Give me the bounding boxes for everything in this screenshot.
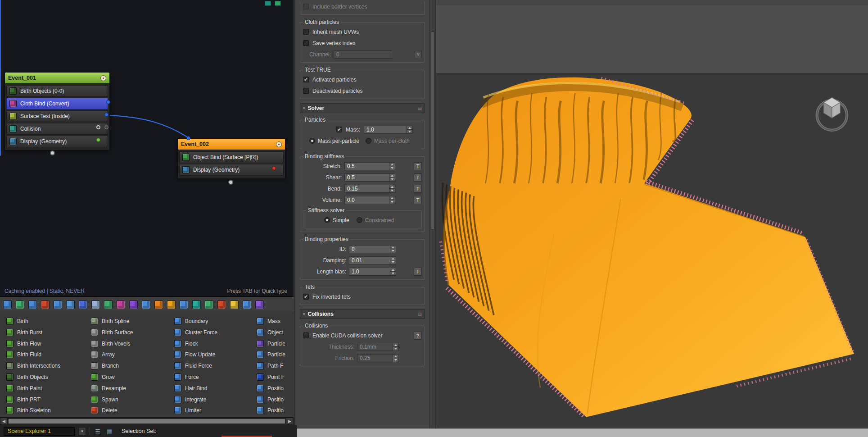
thickness-field[interactable]: 0.1mm [357,343,393,351]
port-collision-output-2[interactable] [104,125,108,129]
pv-tool-7-icon[interactable] [79,300,87,309]
depot-item-birth[interactable]: Birth [6,316,87,326]
length-bias-field[interactable]: 1.0 [349,268,390,276]
deactivated-particles-checkbox[interactable] [303,88,309,94]
depot-item-birth-intersections[interactable]: Birth Intersections [6,361,87,371]
activated-particles-checkbox[interactable]: ✔ [303,77,309,82]
depot-item-birth-objects[interactable]: Birth Objects [6,372,87,382]
operator-object-bind[interactable]: Object Bind (Surface [P|R]) [179,151,284,163]
simple-radio[interactable] [324,217,330,223]
depot-item-fluid-force[interactable]: Fluid Force [174,361,255,371]
depot-item-force[interactable]: Force [174,372,255,382]
parameters-scrollbar[interactable] [429,0,436,429]
pv-tool-1-icon[interactable] [3,300,12,309]
event-002-input-port[interactable] [186,136,190,140]
port-display-output[interactable] [96,138,100,142]
inherit-uvws-checkbox[interactable] [303,29,309,35]
operator-display-geometry[interactable]: Display (Geometry) [179,164,284,176]
scrollbar-thumb[interactable] [8,419,285,424]
rollout-collisions[interactable]: ▾ Collisions ▤ [300,309,425,319]
port-display2-output[interactable] [272,166,276,170]
mass-per-particle-radio[interactable] [309,138,315,144]
channel-dropdown-button[interactable]: v [415,51,422,58]
scroll-left-arrow-icon[interactable]: ◀ [0,418,8,425]
pv-tool-14-icon[interactable] [167,300,176,309]
event-flag-icon[interactable] [100,75,106,81]
volume-field[interactable]: 0.0 [344,196,389,204]
depot-item-array[interactable]: Array [91,350,172,360]
depot-item-birth-paint[interactable]: Birth Paint [6,383,87,393]
trackbar-strip[interactable] [297,428,868,437]
save-vertex-index-checkbox[interactable] [303,40,309,46]
depot-item-path-f[interactable]: Path F [257,361,293,371]
depot-item-flock[interactable]: Flock [174,339,255,349]
selection-grid-icon[interactable]: ▦ [105,427,113,435]
pv-tool-8-icon[interactable] [91,300,100,309]
event-header[interactable]: Event_001 [5,73,109,84]
pv-tool-21-icon[interactable] [255,300,264,309]
depot-item-resample[interactable]: Resample [91,383,172,393]
constrained-radio[interactable] [357,217,362,223]
viewport-navigation-gizmo[interactable] [817,97,847,130]
depot-item-positio[interactable]: Positio [257,395,293,405]
event-001-output-port[interactable] [50,150,55,155]
length-bias-texture-button[interactable]: T [414,268,422,276]
operator-surface-test[interactable]: Surface Test (Inside) [6,110,108,122]
scroll-right-arrow-icon[interactable]: ▶ [286,418,294,425]
layers-icon[interactable]: ☰ [94,427,102,435]
stretch-field[interactable]: 0.5 [344,162,389,170]
bend-spinner[interactable] [389,185,395,193]
depot-item-cluster-force[interactable]: Cluster Force [174,328,255,337]
pv-tool-9-icon[interactable] [104,300,113,309]
depot-item-grow[interactable]: Grow [91,372,172,382]
event-node-event-001[interactable]: Event_001 Birth Objects (0-0) Cloth Bind… [5,72,110,150]
operator-cloth-bind[interactable]: Cloth Bind (Convert) [6,98,108,109]
depot-horizontal-scrollbar[interactable]: ◀ ▶ [0,417,294,425]
pv-tool-17-icon[interactable] [205,300,213,309]
bend-texture-button[interactable]: T [414,185,422,193]
depot-item-birth-skeleton[interactable]: Birth Skeleton [6,405,87,415]
depot-item-flow-update[interactable]: Flow Update [174,350,255,360]
operator-display-geometry[interactable]: Display (Geometry) [6,136,108,147]
depot-item-spawn[interactable]: Spawn [91,395,172,405]
port-surface-test-output[interactable] [104,113,108,117]
event-node-event-002[interactable]: Event_002 Object Bind (Surface [P|R]) Di… [177,138,285,179]
depot-item-particle[interactable]: Particle [257,350,293,360]
damping-field[interactable]: 0.01 [349,256,390,264]
depot-item-boundary[interactable]: Boundary [174,316,255,326]
event-002-output-port[interactable] [228,180,233,185]
stretch-texture-button[interactable]: T [414,162,422,170]
scrollbar-thumb[interactable] [431,32,434,230]
fix-inverted-tets-checkbox[interactable]: ✔ [303,294,309,300]
cuda-help-button[interactable]: ? [414,332,422,340]
depot-item-branch[interactable]: Branch [91,361,172,371]
event-flag-icon[interactable] [276,141,282,147]
thickness-spinner[interactable] [393,343,399,351]
depot-item-object[interactable]: Object [257,328,293,337]
depot-item-birth-prt[interactable]: Birth PRT [6,395,87,405]
panel-maximize-button[interactable] [275,1,281,6]
mass-spinner[interactable] [407,126,413,134]
depot-item-birth-voxels[interactable]: Birth Voxels [91,339,172,349]
channel-field[interactable]: 0 [334,50,392,59]
depot-item-positio[interactable]: Positio [257,405,293,415]
volume-texture-button[interactable]: T [414,196,422,204]
depot-item-birth-fluid[interactable]: Birth Fluid [6,350,87,360]
length-bias-spinner[interactable] [390,268,396,276]
stretch-spinner[interactable] [389,162,395,170]
port-collision-output-1[interactable] [96,125,100,129]
depot-item-mass[interactable]: Mass [257,316,293,326]
pv-tool-15-icon[interactable] [180,300,188,309]
pv-tool-18-icon[interactable] [217,300,226,309]
friction-field[interactable]: 0.25 [357,354,393,362]
mass-per-cloth-radio[interactable] [366,138,371,144]
operator-birth-objects[interactable]: Birth Objects (0-0) [6,85,108,97]
mass-field[interactable]: 1.0 [364,126,407,134]
pv-tool-20-icon[interactable] [243,300,251,309]
depot-item-integrate[interactable]: Integrate [174,395,255,405]
rollout-solver[interactable]: ▾ Solver ▤ [300,103,425,113]
include-border-checkbox[interactable] [303,4,309,9]
viewport-canvas[interactable] [436,0,868,437]
scene-explorer-dropdown-button[interactable]: ▼ [78,427,86,436]
operator-collision[interactable]: Collision [6,123,108,135]
